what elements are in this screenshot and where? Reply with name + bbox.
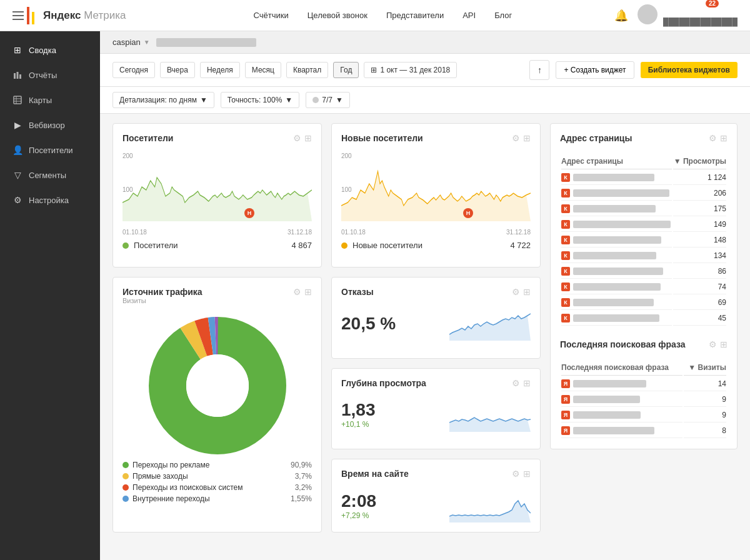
settings-icon[interactable]: ⚙ xyxy=(512,378,520,388)
legend-dot xyxy=(122,496,129,502)
nav-api[interactable]: API xyxy=(462,11,476,20)
visits-count: 14 xyxy=(684,377,726,391)
address-table-row[interactable]: К 69 xyxy=(561,296,726,310)
detail-label: Детализация: по дням xyxy=(119,96,197,104)
chart-mid-label: 100 xyxy=(341,186,352,193)
period-week[interactable]: Неделя xyxy=(200,62,240,78)
address-table-row[interactable]: К 86 xyxy=(561,264,726,279)
address-table-row[interactable]: К 134 xyxy=(561,249,726,263)
sidebar-item-posetiteli[interactable]: 👤 Посетители xyxy=(0,138,100,162)
legend-dot xyxy=(122,473,129,479)
ya-favicon: Я xyxy=(561,426,570,435)
sidebar-item-nastroika[interactable]: ⚙ Настройка xyxy=(0,188,100,212)
new-visitors-title: Новые посетители xyxy=(341,133,423,143)
period-today[interactable]: Сегодня xyxy=(112,62,155,78)
chart-marker-h1: H xyxy=(463,208,473,218)
detail-filter[interactable]: Детализация: по дням ▼ xyxy=(112,92,214,108)
svg-rect-1 xyxy=(17,72,19,79)
drag-icon[interactable]: ⊞ xyxy=(523,287,531,297)
sidebar-item-svodka[interactable]: ⊞ Сводка xyxy=(0,38,100,62)
settings-icon[interactable]: ⚙ xyxy=(293,287,301,297)
url-text xyxy=(573,252,656,259)
address-table-row[interactable]: К 45 xyxy=(561,311,726,326)
settings-icon[interactable]: ⚙ xyxy=(293,133,301,143)
time-value: 2:08 xyxy=(341,491,376,511)
new-visitors-actions: ⚙ ⊞ xyxy=(512,133,531,143)
drag-icon[interactable]: ⊞ xyxy=(720,133,728,143)
drag-icon[interactable]: ⊞ xyxy=(304,133,312,143)
legend-value: 90,9% xyxy=(291,461,312,469)
site-info xyxy=(156,38,256,47)
address-table-row[interactable]: К 149 xyxy=(561,218,726,232)
toolbar-right: ↑ + Создать виджет Библиотека виджетов xyxy=(529,60,738,80)
segments-label: 7/7 xyxy=(322,96,332,104)
drag-icon[interactable]: ⊞ xyxy=(720,339,728,349)
pie-chart-container xyxy=(122,317,312,454)
date-range-picker[interactable]: ⊞ 1 окт — 31 дек 2018 xyxy=(364,62,457,78)
settings-icon[interactable]: ⚙ xyxy=(709,339,717,349)
notifications-bell[interactable]: 🔔 xyxy=(614,9,628,22)
search-table-row[interactable]: Я 8 xyxy=(561,424,726,438)
address-table-row[interactable]: К 1 124 xyxy=(561,171,726,185)
visitors-widget: Посетители ⚙ ⊞ 200 100 H H 01.10.18 31.1… xyxy=(112,123,322,268)
address-table-row[interactable]: К 175 xyxy=(561,202,726,216)
sidebar-item-otchety[interactable]: Отчёты xyxy=(0,62,100,88)
depth-header: Глубина просмотра ⚙ ⊞ xyxy=(341,378,531,391)
sidebar-label-karty: Карты xyxy=(29,96,52,105)
drag-icon[interactable]: ⊞ xyxy=(304,287,312,297)
drag-icon[interactable]: ⊞ xyxy=(523,469,531,479)
drag-icon[interactable]: ⊞ xyxy=(523,378,531,388)
create-widget-button[interactable]: + Создать виджет xyxy=(556,61,634,79)
new-visitors-line-chart xyxy=(341,152,531,221)
sidebar-item-karty[interactable]: Карты xyxy=(0,88,100,112)
site-selector[interactable]: caspian ▼ xyxy=(112,38,150,47)
sidebar-item-segmenty[interactable]: ▽ Сегменты xyxy=(0,162,100,188)
search-table-row[interactable]: Я 9 xyxy=(561,392,726,407)
period-yesterday[interactable]: Вчера xyxy=(160,62,195,78)
library-button[interactable]: Библиотека виджетов xyxy=(641,62,738,78)
address-table-row[interactable]: К 74 xyxy=(561,280,726,294)
period-year[interactable]: Год xyxy=(333,62,359,78)
address-table-row[interactable]: К 206 xyxy=(561,186,726,201)
sidebar-item-vebvizor[interactable]: ▶ Вебвизор xyxy=(0,112,100,138)
visitors-title: Посетители xyxy=(122,133,173,143)
search-table-row[interactable]: Я 14 xyxy=(561,377,726,391)
nav-predstaviteli[interactable]: Представители xyxy=(386,11,444,20)
period-month[interactable]: Месяц xyxy=(245,62,281,78)
nav-schetniki[interactable]: Счётчики xyxy=(254,11,289,20)
sidebar-label-vebvizor: Вебвизор xyxy=(29,121,65,130)
k-favicon: К xyxy=(561,267,570,276)
legend-label: Переходы из поисковых систем xyxy=(132,483,242,492)
depth-widget: Глубина просмотра ⚙ ⊞ 1,83 +10,1 % xyxy=(331,368,541,449)
visitors-chart-labels: 01.10.18 31.12.18 xyxy=(122,229,312,236)
settings-icon[interactable]: ⚙ xyxy=(709,133,717,143)
sidebar-label-otchety: Отчёты xyxy=(29,71,57,80)
settings-icon[interactable]: ⚙ xyxy=(512,287,520,297)
chevron-down-icon: ▼ xyxy=(200,96,208,104)
hamburger-button[interactable] xyxy=(12,11,24,20)
chart-max-label: 200 xyxy=(341,152,352,159)
url-text xyxy=(573,189,669,197)
chart-marker-h1: H xyxy=(244,208,254,218)
search-table-row[interactable]: Я 9 xyxy=(561,408,726,422)
user-menu[interactable]: 22 ██████████████ xyxy=(638,4,738,26)
visits-count: 9 xyxy=(684,408,726,422)
yandex-logo: Яндекс Метрика xyxy=(27,7,126,24)
settings-icon[interactable]: ⚙ xyxy=(512,469,520,479)
precision-filter[interactable]: Точность: 100% ▼ xyxy=(221,92,299,108)
segments-filter[interactable]: 7/7 ▼ xyxy=(306,92,350,108)
nav-blog[interactable]: Блог xyxy=(494,11,512,20)
logo-text: Яндекс Метрика xyxy=(43,9,126,22)
nav-zvonok[interactable]: Целевой звонок xyxy=(308,11,368,20)
address-table-row[interactable]: К 148 xyxy=(561,233,726,248)
calendar-icon: ⊞ xyxy=(371,66,377,74)
period-quarter[interactable]: Квартал xyxy=(286,62,328,78)
drag-icon[interactable]: ⊞ xyxy=(523,133,531,143)
settings-icon[interactable]: ⚙ xyxy=(512,133,520,143)
url-text xyxy=(573,205,656,212)
last-search-header: Последняя поисковая фраза ⚙ ⊞ xyxy=(560,339,728,352)
chart-end-date: 31.12.18 xyxy=(288,229,312,236)
k-favicon: К xyxy=(561,314,570,322)
legend-dot xyxy=(122,484,129,491)
upload-button[interactable]: ↑ xyxy=(529,60,549,80)
